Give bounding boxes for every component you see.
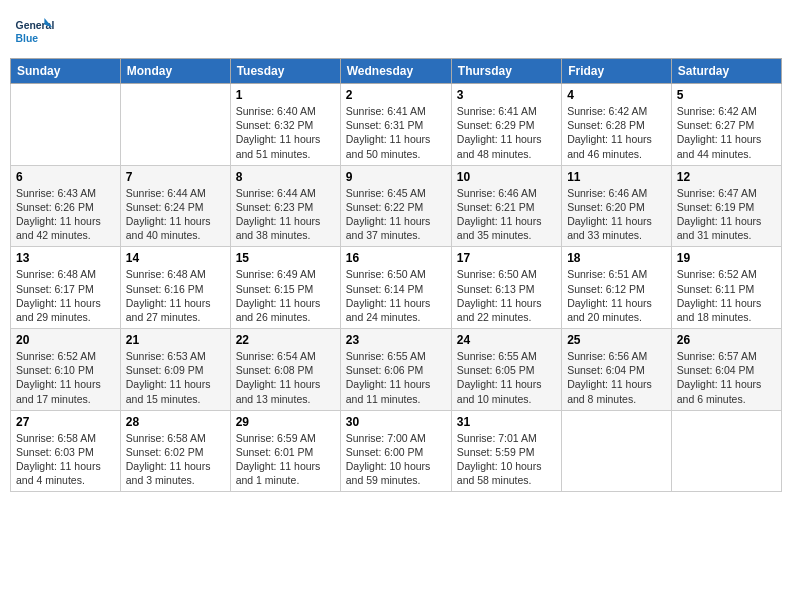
calendar-cell: 5Sunrise: 6:42 AM Sunset: 6:27 PM Daylig… bbox=[671, 84, 781, 166]
day-number: 3 bbox=[457, 88, 556, 102]
day-detail: Sunrise: 6:43 AM Sunset: 6:26 PM Dayligh… bbox=[16, 186, 115, 243]
day-detail: Sunrise: 6:49 AM Sunset: 6:15 PM Dayligh… bbox=[236, 267, 335, 324]
calendar-cell: 27Sunrise: 6:58 AM Sunset: 6:03 PM Dayli… bbox=[11, 410, 121, 492]
calendar-cell: 26Sunrise: 6:57 AM Sunset: 6:04 PM Dayli… bbox=[671, 329, 781, 411]
day-number: 27 bbox=[16, 415, 115, 429]
day-detail: Sunrise: 6:42 AM Sunset: 6:27 PM Dayligh… bbox=[677, 104, 776, 161]
day-detail: Sunrise: 6:47 AM Sunset: 6:19 PM Dayligh… bbox=[677, 186, 776, 243]
day-detail: Sunrise: 6:53 AM Sunset: 6:09 PM Dayligh… bbox=[126, 349, 225, 406]
day-number: 28 bbox=[126, 415, 225, 429]
calendar-cell: 2Sunrise: 6:41 AM Sunset: 6:31 PM Daylig… bbox=[340, 84, 451, 166]
day-number: 26 bbox=[677, 333, 776, 347]
calendar-cell bbox=[11, 84, 121, 166]
day-number: 2 bbox=[346, 88, 446, 102]
day-detail: Sunrise: 6:54 AM Sunset: 6:08 PM Dayligh… bbox=[236, 349, 335, 406]
day-detail: Sunrise: 6:52 AM Sunset: 6:11 PM Dayligh… bbox=[677, 267, 776, 324]
calendar-cell: 31Sunrise: 7:01 AM Sunset: 5:59 PM Dayli… bbox=[451, 410, 561, 492]
day-number: 4 bbox=[567, 88, 666, 102]
calendar-cell: 23Sunrise: 6:55 AM Sunset: 6:06 PM Dayli… bbox=[340, 329, 451, 411]
calendar-cell: 19Sunrise: 6:52 AM Sunset: 6:11 PM Dayli… bbox=[671, 247, 781, 329]
day-number: 30 bbox=[346, 415, 446, 429]
day-number: 23 bbox=[346, 333, 446, 347]
day-detail: Sunrise: 6:57 AM Sunset: 6:04 PM Dayligh… bbox=[677, 349, 776, 406]
day-detail: Sunrise: 7:00 AM Sunset: 6:00 PM Dayligh… bbox=[346, 431, 446, 488]
day-number: 11 bbox=[567, 170, 666, 184]
calendar-cell: 18Sunrise: 6:51 AM Sunset: 6:12 PM Dayli… bbox=[562, 247, 672, 329]
column-header-wednesday: Wednesday bbox=[340, 59, 451, 84]
calendar-cell: 16Sunrise: 6:50 AM Sunset: 6:14 PM Dayli… bbox=[340, 247, 451, 329]
day-detail: Sunrise: 6:52 AM Sunset: 6:10 PM Dayligh… bbox=[16, 349, 115, 406]
calendar-cell: 13Sunrise: 6:48 AM Sunset: 6:17 PM Dayli… bbox=[11, 247, 121, 329]
day-detail: Sunrise: 6:51 AM Sunset: 6:12 PM Dayligh… bbox=[567, 267, 666, 324]
day-detail: Sunrise: 6:59 AM Sunset: 6:01 PM Dayligh… bbox=[236, 431, 335, 488]
day-number: 17 bbox=[457, 251, 556, 265]
calendar-cell: 8Sunrise: 6:44 AM Sunset: 6:23 PM Daylig… bbox=[230, 165, 340, 247]
day-detail: Sunrise: 6:42 AM Sunset: 6:28 PM Dayligh… bbox=[567, 104, 666, 161]
calendar-cell: 25Sunrise: 6:56 AM Sunset: 6:04 PM Dayli… bbox=[562, 329, 672, 411]
day-number: 7 bbox=[126, 170, 225, 184]
day-number: 5 bbox=[677, 88, 776, 102]
day-number: 20 bbox=[16, 333, 115, 347]
calendar-cell bbox=[120, 84, 230, 166]
calendar-header: SundayMondayTuesdayWednesdayThursdayFrid… bbox=[11, 59, 782, 84]
day-number: 24 bbox=[457, 333, 556, 347]
day-detail: Sunrise: 6:58 AM Sunset: 6:03 PM Dayligh… bbox=[16, 431, 115, 488]
day-number: 15 bbox=[236, 251, 335, 265]
calendar-cell: 1Sunrise: 6:40 AM Sunset: 6:32 PM Daylig… bbox=[230, 84, 340, 166]
calendar-cell bbox=[562, 410, 672, 492]
calendar-body: 1Sunrise: 6:40 AM Sunset: 6:32 PM Daylig… bbox=[11, 84, 782, 492]
svg-text:Blue: Blue bbox=[16, 33, 39, 44]
day-detail: Sunrise: 6:41 AM Sunset: 6:31 PM Dayligh… bbox=[346, 104, 446, 161]
calendar-cell: 30Sunrise: 7:00 AM Sunset: 6:00 PM Dayli… bbox=[340, 410, 451, 492]
day-detail: Sunrise: 6:40 AM Sunset: 6:32 PM Dayligh… bbox=[236, 104, 335, 161]
day-number: 8 bbox=[236, 170, 335, 184]
calendar-cell: 7Sunrise: 6:44 AM Sunset: 6:24 PM Daylig… bbox=[120, 165, 230, 247]
day-detail: Sunrise: 6:41 AM Sunset: 6:29 PM Dayligh… bbox=[457, 104, 556, 161]
calendar-cell: 11Sunrise: 6:46 AM Sunset: 6:20 PM Dayli… bbox=[562, 165, 672, 247]
day-detail: Sunrise: 6:55 AM Sunset: 6:06 PM Dayligh… bbox=[346, 349, 446, 406]
page-header: General Blue bbox=[10, 10, 782, 50]
day-detail: Sunrise: 6:56 AM Sunset: 6:04 PM Dayligh… bbox=[567, 349, 666, 406]
day-number: 21 bbox=[126, 333, 225, 347]
day-number: 16 bbox=[346, 251, 446, 265]
column-header-sunday: Sunday bbox=[11, 59, 121, 84]
day-detail: Sunrise: 6:44 AM Sunset: 6:23 PM Dayligh… bbox=[236, 186, 335, 243]
calendar-week-2: 6Sunrise: 6:43 AM Sunset: 6:26 PM Daylig… bbox=[11, 165, 782, 247]
logo: General Blue bbox=[14, 10, 58, 50]
calendar-table: SundayMondayTuesdayWednesdayThursdayFrid… bbox=[10, 58, 782, 492]
day-number: 18 bbox=[567, 251, 666, 265]
day-detail: Sunrise: 6:55 AM Sunset: 6:05 PM Dayligh… bbox=[457, 349, 556, 406]
calendar-week-3: 13Sunrise: 6:48 AM Sunset: 6:17 PM Dayli… bbox=[11, 247, 782, 329]
calendar-cell: 22Sunrise: 6:54 AM Sunset: 6:08 PM Dayli… bbox=[230, 329, 340, 411]
column-header-friday: Friday bbox=[562, 59, 672, 84]
day-number: 22 bbox=[236, 333, 335, 347]
calendar-week-1: 1Sunrise: 6:40 AM Sunset: 6:32 PM Daylig… bbox=[11, 84, 782, 166]
day-detail: Sunrise: 7:01 AM Sunset: 5:59 PM Dayligh… bbox=[457, 431, 556, 488]
day-number: 9 bbox=[346, 170, 446, 184]
day-number: 12 bbox=[677, 170, 776, 184]
calendar-cell: 10Sunrise: 6:46 AM Sunset: 6:21 PM Dayli… bbox=[451, 165, 561, 247]
calendar-cell: 17Sunrise: 6:50 AM Sunset: 6:13 PM Dayli… bbox=[451, 247, 561, 329]
calendar-week-5: 27Sunrise: 6:58 AM Sunset: 6:03 PM Dayli… bbox=[11, 410, 782, 492]
day-number: 13 bbox=[16, 251, 115, 265]
day-detail: Sunrise: 6:45 AM Sunset: 6:22 PM Dayligh… bbox=[346, 186, 446, 243]
calendar-cell bbox=[671, 410, 781, 492]
day-detail: Sunrise: 6:48 AM Sunset: 6:17 PM Dayligh… bbox=[16, 267, 115, 324]
day-detail: Sunrise: 6:46 AM Sunset: 6:20 PM Dayligh… bbox=[567, 186, 666, 243]
calendar-cell: 12Sunrise: 6:47 AM Sunset: 6:19 PM Dayli… bbox=[671, 165, 781, 247]
calendar-cell: 28Sunrise: 6:58 AM Sunset: 6:02 PM Dayli… bbox=[120, 410, 230, 492]
calendar-cell: 21Sunrise: 6:53 AM Sunset: 6:09 PM Dayli… bbox=[120, 329, 230, 411]
day-number: 25 bbox=[567, 333, 666, 347]
day-number: 31 bbox=[457, 415, 556, 429]
calendar-cell: 29Sunrise: 6:59 AM Sunset: 6:01 PM Dayli… bbox=[230, 410, 340, 492]
calendar-cell: 4Sunrise: 6:42 AM Sunset: 6:28 PM Daylig… bbox=[562, 84, 672, 166]
calendar-cell: 9Sunrise: 6:45 AM Sunset: 6:22 PM Daylig… bbox=[340, 165, 451, 247]
calendar-cell: 15Sunrise: 6:49 AM Sunset: 6:15 PM Dayli… bbox=[230, 247, 340, 329]
calendar-week-4: 20Sunrise: 6:52 AM Sunset: 6:10 PM Dayli… bbox=[11, 329, 782, 411]
column-header-saturday: Saturday bbox=[671, 59, 781, 84]
day-detail: Sunrise: 6:50 AM Sunset: 6:13 PM Dayligh… bbox=[457, 267, 556, 324]
day-detail: Sunrise: 6:50 AM Sunset: 6:14 PM Dayligh… bbox=[346, 267, 446, 324]
day-detail: Sunrise: 6:58 AM Sunset: 6:02 PM Dayligh… bbox=[126, 431, 225, 488]
calendar-cell: 20Sunrise: 6:52 AM Sunset: 6:10 PM Dayli… bbox=[11, 329, 121, 411]
day-number: 10 bbox=[457, 170, 556, 184]
